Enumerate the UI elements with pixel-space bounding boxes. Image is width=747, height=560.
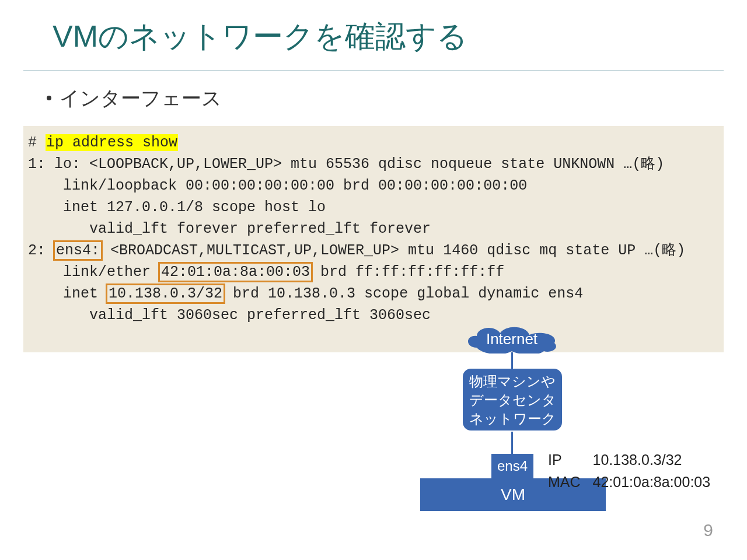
- term-line: <BROADCAST,MULTICAST,UP,LOWER_UP> mtu 14…: [102, 242, 685, 259]
- slide: VMのネットワークを確認する インターフェース # ip address sho…: [0, 0, 747, 560]
- term-line: inet: [28, 285, 107, 302]
- term-line: 2:: [28, 242, 54, 259]
- title-divider: [23, 70, 724, 71]
- datacenter-box: 物理マシンや データセンタ ネットワーク: [463, 369, 562, 430]
- ip-highlight: 10.138.0.3/32: [106, 284, 225, 304]
- term-line: link/loopback 00:00:00:00:00:00 brd 00:0…: [28, 177, 527, 194]
- datacenter-line: 物理マシンや: [463, 372, 562, 391]
- term-line: link/ether: [28, 264, 159, 281]
- internet-cloud: Internet: [462, 324, 561, 354]
- iface-meta: IP 10.138.0.3/32 MAC 42:01:0a:8a:00:03: [546, 448, 722, 494]
- term-line: brd ff:ff:ff:ff:ff:ff: [312, 264, 504, 281]
- prompt: #: [28, 134, 46, 151]
- datacenter-line: ネットワーク: [463, 410, 562, 428]
- nic-box: ens4: [491, 454, 533, 478]
- network-diagram: Internet 物理マシンや データセンタ ネットワーク ens4 VM IP…: [362, 324, 712, 534]
- datacenter-line: データセンタ: [463, 391, 562, 410]
- slide-title: VMのネットワークを確認する: [53, 16, 467, 57]
- term-line: inet 127.0.0.1/8 scope host lo: [28, 199, 326, 216]
- mac-value: 42:01:0a:8a:00:03: [592, 471, 721, 492]
- ip-label: IP: [547, 449, 591, 470]
- term-line: valid_lft forever preferred_lft forever: [28, 220, 431, 237]
- terminal-block: # ip address show 1: lo: <LOOPBACK,UP,LO…: [23, 126, 724, 352]
- iface-name-highlight: ens4:: [53, 240, 103, 261]
- bullet-item: インターフェース: [47, 85, 222, 112]
- term-line: 1: lo: <LOOPBACK,UP,LOWER_UP> mtu 65536 …: [28, 156, 664, 173]
- bullet-dot-icon: [47, 96, 51, 100]
- bullet-text: インターフェース: [60, 87, 222, 109]
- connector-line: [511, 352, 513, 370]
- term-line: valid_lft 3060sec preferred_lft 3060sec: [28, 307, 431, 324]
- term-line: brd 10.138.0.3 scope global dynamic ens4: [224, 285, 583, 302]
- mac-label: MAC: [547, 471, 591, 492]
- page-number: 9: [703, 520, 713, 540]
- connector-line: [511, 432, 513, 454]
- mac-highlight: 42:01:0a:8a:00:03: [158, 262, 313, 282]
- ip-value: 10.138.0.3/32: [592, 449, 721, 470]
- command-highlight: ip address show: [46, 134, 178, 151]
- internet-label: Internet: [462, 330, 561, 348]
